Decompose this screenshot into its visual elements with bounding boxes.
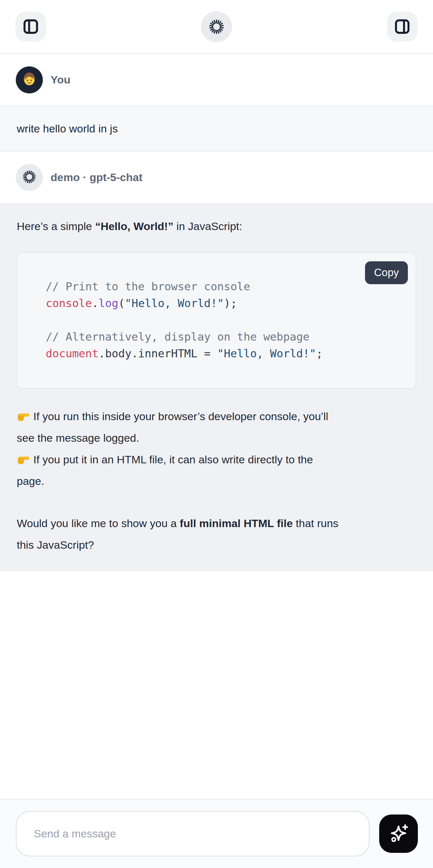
code-block: Copy // Print to the browser consolecons… bbox=[17, 252, 416, 389]
user-role-row: You bbox=[0, 54, 433, 106]
user-avatar bbox=[16, 66, 43, 93]
user-message-text: write hello world in js bbox=[17, 122, 118, 135]
assistant-avatar bbox=[16, 164, 43, 191]
sparkle-plus-icon bbox=[388, 823, 409, 845]
top-bar bbox=[0, 0, 433, 54]
composer bbox=[0, 799, 433, 868]
person-emoji-icon bbox=[20, 70, 39, 90]
pointing-right-emoji bbox=[17, 406, 30, 427]
assistant-question-text: Would you like me to show you a full min… bbox=[17, 513, 416, 556]
sidebar-right-icon bbox=[394, 19, 410, 34]
sidebar-left-icon bbox=[23, 19, 39, 34]
starburst-logo-icon bbox=[22, 169, 37, 186]
chat-app: You write hello world in js demo · gpt-5… bbox=[0, 0, 433, 868]
assistant-notes-text: If you run this inside your browser’s de… bbox=[17, 406, 416, 492]
conversation[interactable]: You write hello world in js demo · gpt-5… bbox=[0, 54, 433, 571]
assistant-message: Here’s a simple “Hello, World!” in JavaS… bbox=[0, 203, 433, 571]
send-button[interactable] bbox=[379, 814, 418, 853]
user-role-label: You bbox=[51, 73, 70, 86]
message-input[interactable] bbox=[16, 811, 370, 857]
assistant-intro-text: Here’s a simple “Hello, World!” in JavaS… bbox=[17, 218, 416, 234]
assistant-role-label: demo · gpt-5-chat bbox=[51, 171, 143, 184]
right-panel-toggle-button[interactable] bbox=[387, 11, 417, 41]
copy-button[interactable]: Copy bbox=[365, 261, 408, 284]
user-message: write hello world in js bbox=[0, 106, 433, 151]
starburst-logo-icon bbox=[208, 19, 225, 35]
pointing-right-emoji bbox=[17, 449, 30, 470]
model-logo-button[interactable] bbox=[201, 11, 232, 42]
sidebar-toggle-button[interactable] bbox=[16, 11, 46, 41]
code-content: // Print to the browser consoleconsole.l… bbox=[18, 253, 415, 388]
assistant-role-row: demo · gpt-5-chat bbox=[0, 151, 433, 203]
